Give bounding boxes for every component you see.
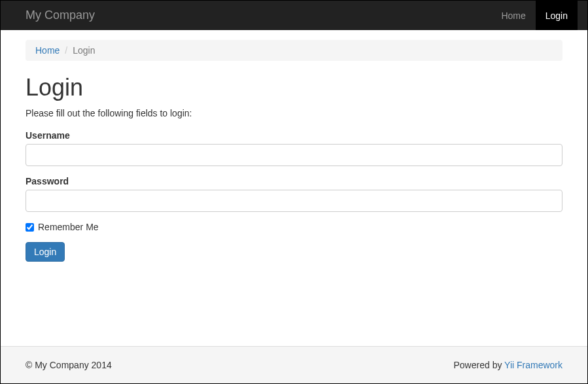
breadcrumb-item-current: Login [60, 45, 95, 56]
footer-powered-link[interactable]: Yii Framework [504, 360, 562, 370]
form-group-password: Password [26, 176, 562, 212]
form-group-submit: Login [26, 242, 562, 262]
footer: © My Company 2014 Powered by Yii Framewo… [1, 346, 587, 383]
footer-powered-prefix: Powered by [453, 360, 504, 370]
password-input[interactable] [26, 190, 562, 212]
navbar-brand[interactable]: My Company [26, 9, 95, 22]
navbar: My Company Home Login [1, 1, 587, 30]
page-hint: Please fill out the following fields to … [26, 108, 562, 118]
main-container: Home Login Login Please fill out the fol… [1, 30, 587, 346]
username-input[interactable] [26, 144, 562, 166]
footer-copyright: © My Company 2014 [26, 360, 112, 370]
nav-item-home[interactable]: Home [491, 1, 535, 30]
username-label: Username [26, 130, 562, 141]
nav-link-home[interactable]: Home [491, 1, 535, 30]
breadcrumb-item-home: Home [35, 45, 60, 56]
login-button[interactable]: Login [26, 242, 65, 262]
remember-checkbox[interactable] [26, 223, 34, 232]
login-form: Username Password Remember Me Login [26, 130, 562, 262]
remember-label: Remember Me [38, 222, 99, 232]
form-group-username: Username [26, 130, 562, 166]
page-title: Login [26, 74, 562, 101]
breadcrumb-link-home[interactable]: Home [35, 45, 60, 56]
breadcrumb: Home Login [26, 40, 562, 61]
nav-link-login[interactable]: Login [536, 1, 578, 30]
form-group-remember: Remember Me [26, 222, 562, 232]
footer-powered: Powered by Yii Framework [453, 360, 562, 370]
nav-item-login[interactable]: Login [536, 1, 578, 30]
navbar-nav: Home Login [491, 1, 578, 30]
remember-label-wrapper[interactable]: Remember Me [26, 222, 562, 232]
password-label: Password [26, 176, 562, 186]
